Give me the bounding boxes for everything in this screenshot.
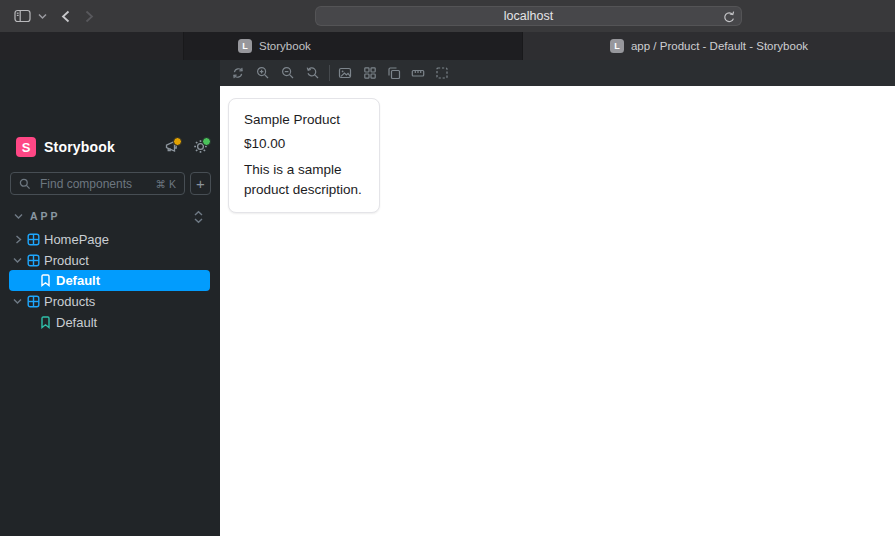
tab-storybook[interactable]: L Storybook [183,32,523,60]
chevron-right-icon [15,235,22,244]
collapse-all-icon[interactable] [193,210,204,224]
bookmark-icon [40,316,51,329]
toolbar-separator [329,65,330,81]
bookmark-icon [40,274,51,287]
tree-item-label: Default [56,273,100,288]
section-label: APP [30,210,61,222]
product-title: Sample Product [244,112,364,127]
tree-item-products[interactable]: Products [0,291,220,312]
tab-favicon: L [238,39,252,53]
tree-item-product[interactable]: Product [0,250,220,271]
section-header-app[interactable]: APP [0,207,220,227]
search-box[interactable]: ⌘ K [10,172,185,195]
tab-favicon: L [610,39,624,53]
storybook-sidebar: S Storybook [0,60,220,536]
product-description: This is a sample product description. [244,160,364,199]
product-price: $10.00 [244,136,364,151]
tree-item-default-selected[interactable]: Default [9,270,210,291]
add-story-button[interactable]: + [190,172,211,195]
tree-item-label: Products [44,294,95,309]
search-shortcut: ⌘ K [156,178,176,190]
preview-canvas: Sample Product $10.00 This is a sample p… [220,86,895,536]
reload-icon[interactable] [721,10,735,24]
storybook-logo-icon: S [16,137,36,157]
browser-window: localhost L Storybook L app / Product - … [0,0,895,536]
notification-dot-green [202,137,211,146]
search-input[interactable] [38,176,156,192]
chevron-down-icon[interactable] [36,0,48,32]
brand: S Storybook [16,136,115,158]
measure-icon[interactable] [411,66,425,80]
url-text: localhost [504,9,553,23]
component-icon [27,295,40,308]
brand-name: Storybook [44,139,115,155]
tab-label: app / Product - Default - Storybook [631,40,808,52]
back-button[interactable] [58,0,72,32]
sidebar-toggle-icon[interactable] [12,0,32,32]
zoom-out-icon[interactable] [281,66,295,80]
grid-icon[interactable] [363,66,377,80]
remount-icon[interactable] [231,66,245,80]
outline-icon[interactable] [435,66,449,80]
component-icon [27,254,40,267]
background-icon[interactable] [338,66,352,80]
notification-dot-orange [173,137,182,146]
chevron-down-icon [13,257,22,264]
zoom-reset-icon[interactable] [306,66,320,80]
chevron-down-icon [14,213,23,220]
forward-button[interactable] [82,0,96,32]
tree-item-label: HomePage [44,232,109,247]
chevron-down-icon [13,298,22,305]
tab-label: Storybook [259,40,311,52]
tab-app-product[interactable]: L app / Product - Default - Storybook [523,32,895,60]
search-icon [19,178,31,190]
tree-item-default[interactable]: Default [0,312,220,333]
viewport-icon[interactable] [387,66,401,80]
canvas-toolbar [220,60,895,86]
tree-item-homepage[interactable]: HomePage [0,229,220,250]
zoom-in-icon[interactable] [256,66,270,80]
tree-item-label: Default [56,315,97,330]
address-bar[interactable]: localhost [315,6,742,26]
sample-product-card: Sample Product $10.00 This is a sample p… [228,98,380,213]
browser-toolbar: localhost [0,0,895,32]
settings-gear-icon[interactable] [193,139,209,155]
component-icon [27,233,40,246]
tab-bar: L Storybook L app / Product - Default - … [0,32,895,60]
whats-new-icon[interactable] [164,139,180,155]
tree-item-label: Product [44,253,89,268]
